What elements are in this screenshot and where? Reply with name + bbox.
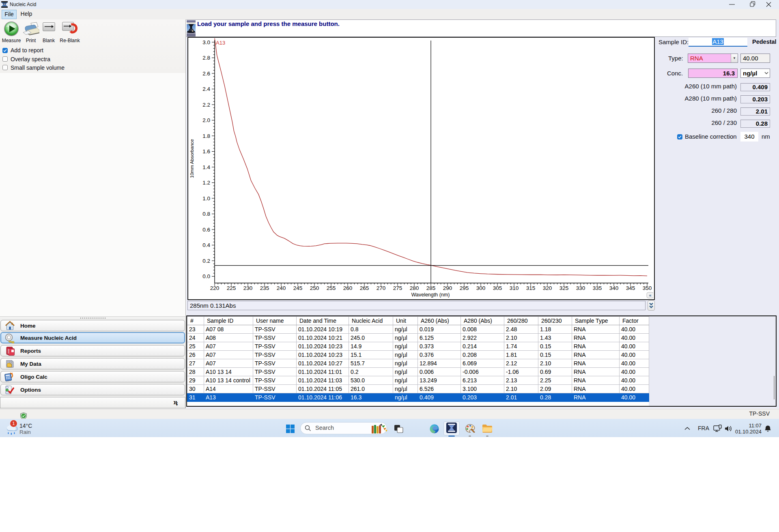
svg-text:1.0: 1.0 [202, 195, 210, 202]
svg-text:265: 265 [360, 285, 369, 291]
svg-text:0.2: 0.2 [202, 258, 210, 264]
svg-text:250: 250 [310, 285, 319, 291]
svg-text:3.0: 3.0 [202, 39, 210, 45]
svg-text:345: 345 [626, 285, 635, 291]
svg-text:1.6: 1.6 [202, 148, 210, 154]
svg-text:0.4: 0.4 [202, 242, 210, 248]
svg-text:2.6: 2.6 [202, 71, 210, 77]
svg-text:2.2: 2.2 [202, 102, 210, 108]
svg-text:2.8: 2.8 [202, 55, 210, 61]
svg-text:270: 270 [377, 285, 386, 291]
svg-text:0.8: 0.8 [202, 211, 210, 217]
svg-text:310: 310 [510, 285, 519, 291]
svg-text:340: 340 [609, 285, 619, 291]
svg-text:290: 290 [443, 285, 452, 291]
svg-text:1.4: 1.4 [202, 164, 210, 170]
svg-text:330: 330 [576, 285, 585, 291]
svg-text:335: 335 [593, 285, 602, 291]
svg-text:305: 305 [493, 285, 502, 291]
svg-text:240: 240 [277, 285, 286, 291]
svg-text:235: 235 [260, 285, 269, 291]
svg-text:275: 275 [393, 285, 402, 291]
svg-text:255: 255 [327, 285, 336, 291]
svg-text:A13: A13 [216, 40, 225, 46]
svg-text:10mm Absorbance: 10mm Absorbance [189, 139, 194, 178]
svg-text:Wavelength (nm): Wavelength (nm) [411, 292, 450, 298]
svg-text:220: 220 [210, 285, 219, 291]
svg-text:325: 325 [560, 285, 569, 291]
svg-text:1.8: 1.8 [202, 133, 210, 139]
svg-text:285: 285 [426, 285, 436, 291]
svg-text:225: 225 [227, 285, 236, 291]
svg-text:315: 315 [526, 285, 536, 291]
svg-text:230: 230 [243, 285, 253, 291]
svg-text:0.6: 0.6 [202, 227, 210, 233]
svg-text:300: 300 [476, 285, 486, 291]
svg-text:2.0: 2.0 [202, 117, 210, 123]
svg-text:295: 295 [460, 285, 469, 291]
svg-text:«: « [649, 293, 651, 298]
svg-text:0.0: 0.0 [202, 273, 210, 279]
svg-text:260: 260 [343, 285, 353, 291]
svg-text:280: 280 [410, 285, 419, 291]
svg-text:350: 350 [643, 285, 652, 291]
svg-text:1.2: 1.2 [202, 180, 210, 186]
svg-text:2.4: 2.4 [202, 86, 210, 92]
svg-text:245: 245 [293, 285, 303, 291]
svg-text:320: 320 [543, 285, 552, 291]
